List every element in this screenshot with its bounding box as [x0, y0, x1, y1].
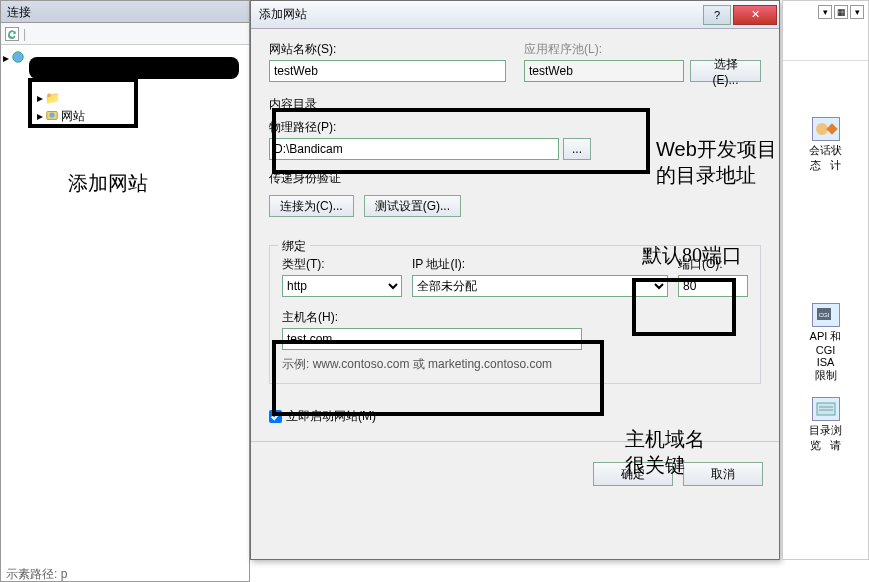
right-features-panel: ▾ ▦ ▾ 会话状态 计 CGI API 和 CGI ISA限制 目录浏览 请 [782, 0, 869, 560]
connect-as-button[interactable]: 连接为(C)... [269, 195, 354, 217]
connections-toolbar: | [1, 23, 249, 45]
ip-label: IP 地址(I): [412, 256, 668, 273]
close-button[interactable]: ✕ [733, 5, 777, 25]
expand-icon[interactable]: ▸ [3, 51, 9, 65]
feature-directory-browsing[interactable]: 目录浏览 请 [806, 397, 846, 453]
svg-text:CGI: CGI [818, 312, 829, 318]
annotation-add-site: 添加网站 [68, 170, 148, 196]
apppool-input [524, 60, 684, 82]
directory-browsing-icon [812, 397, 840, 421]
divider-icon: | [23, 27, 26, 41]
annotation-port: 默认80端口 [642, 242, 742, 268]
feature-label: 目录浏览 请 [806, 423, 846, 453]
type-select[interactable]: http [282, 275, 402, 297]
dialog-title: 添加网站 [259, 6, 307, 23]
site-name-label: 网站名称(S): [269, 41, 506, 58]
session-state-icon [812, 117, 840, 141]
binding-legend: 绑定 [278, 238, 310, 255]
server-icon [11, 50, 25, 67]
dialog-titlebar: 添加网站 ? ✕ [251, 1, 779, 29]
redacted-scribble [29, 57, 239, 79]
type-label: 类型(T): [282, 256, 402, 273]
feature-isapi-cgi[interactable]: CGI API 和 CGI ISA限制 [806, 303, 846, 383]
help-button[interactable]: ? [703, 5, 731, 25]
site-name-input[interactable] [269, 60, 506, 82]
svg-point-3 [816, 123, 828, 135]
view-icon[interactable]: ▦ [834, 5, 848, 19]
bottom-status-text: 示素路径: p [0, 564, 73, 582]
connections-header: 连接 [1, 1, 249, 23]
annotation-host: 主机域名很关键 [625, 426, 705, 478]
feature-label: API 和 CGI ISA限制 [806, 329, 846, 383]
dropdown-icon[interactable]: ▾ [818, 5, 832, 19]
refresh-icon[interactable] [5, 27, 19, 41]
feature-label: 会话状态 计 [806, 143, 846, 173]
svg-point-0 [13, 51, 24, 62]
test-settings-button[interactable]: 测试设置(G)... [364, 195, 461, 217]
svg-rect-4 [826, 123, 837, 134]
ip-select[interactable]: 全部未分配 [412, 275, 668, 297]
chevron-down-icon[interactable]: ▾ [850, 5, 864, 19]
annotation-box-tree [28, 78, 138, 128]
isapi-cgi-icon: CGI [812, 303, 840, 327]
host-label: 主机名(H): [282, 310, 338, 324]
feature-session-state[interactable]: 会话状态 计 [806, 117, 846, 173]
annotation-box-host [272, 340, 604, 416]
select-apppool-button[interactable]: 选择(E)... [690, 60, 761, 82]
annotation-box-path [272, 108, 650, 174]
right-toolbar: ▾ ▦ ▾ [783, 1, 868, 61]
annotation-webdir: Web开发项目的目录地址 [656, 136, 777, 188]
svg-rect-7 [817, 403, 835, 415]
annotation-box-port [632, 278, 736, 336]
